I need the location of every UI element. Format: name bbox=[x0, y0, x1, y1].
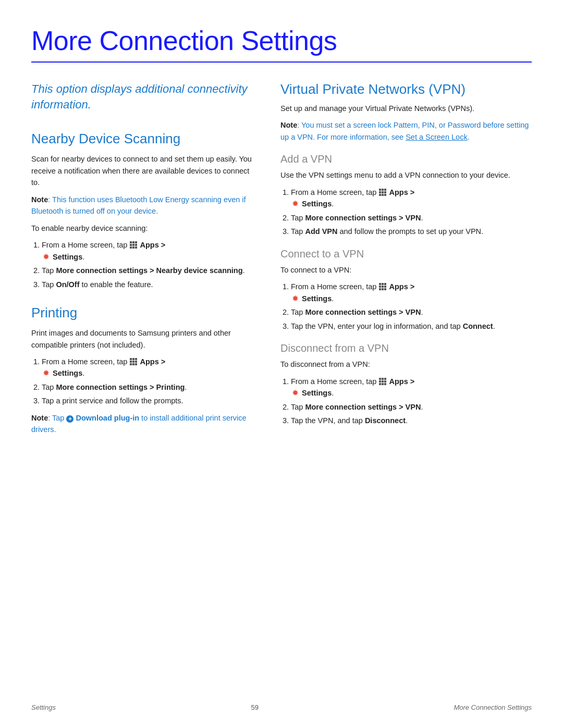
add-vpn-steps: From a Home screen, tap bbox=[291, 187, 532, 238]
connect-vpn-step-1: From a Home screen, tap bbox=[291, 281, 532, 304]
footer-right: More Connection Settings bbox=[454, 704, 532, 711]
svg-rect-18 bbox=[135, 363, 137, 365]
svg-rect-45 bbox=[384, 380, 386, 382]
svg-rect-41 bbox=[382, 378, 384, 380]
settings-icon-3 bbox=[291, 200, 299, 207]
printing-step-1: From a Home screen, tap bbox=[42, 356, 255, 379]
svg-rect-11 bbox=[132, 358, 134, 360]
svg-rect-12 bbox=[135, 358, 137, 360]
page-footer: Settings 59 More Connection Settings bbox=[31, 704, 532, 711]
printing-step-2: Tap More connection settings > Printing. bbox=[42, 381, 255, 393]
nearby-device-description: Scan for nearby devices to connect to an… bbox=[31, 153, 255, 188]
printing-title: Printing bbox=[31, 305, 255, 321]
svg-rect-26 bbox=[379, 194, 381, 196]
apps-label-1: Apps > bbox=[140, 241, 165, 249]
printing-steps: From a Home screen, tap bbox=[42, 356, 255, 407]
settings-label-2: Settings bbox=[53, 369, 82, 377]
settings-icon-4 bbox=[291, 294, 299, 302]
svg-rect-42 bbox=[384, 378, 386, 380]
connect-vpn-step-3: Tap the VPN, enter your log in informati… bbox=[291, 320, 532, 332]
svg-rect-43 bbox=[379, 380, 381, 382]
svg-rect-38 bbox=[384, 288, 386, 290]
disconnect-vpn-intro: To disconnect from a VPN: bbox=[280, 359, 532, 370]
printing-section: Printing Print images and documents to S… bbox=[31, 305, 255, 436]
apps-label-3: Apps > bbox=[389, 188, 414, 196]
svg-rect-31 bbox=[382, 283, 384, 285]
apps-label-5: Apps > bbox=[389, 377, 414, 386]
svg-rect-47 bbox=[382, 382, 384, 385]
disconnect-vpn-step-1: From a Home screen, tap bbox=[291, 376, 532, 399]
svg-rect-4 bbox=[132, 244, 134, 246]
connect-vpn-title: Connect to a VPN bbox=[280, 248, 532, 260]
plus-icon: + bbox=[66, 415, 74, 423]
nearby-step-1: From a Home screen, tap bbox=[42, 239, 255, 263]
add-vpn-title: Add a VPN bbox=[280, 153, 532, 165]
nearby-step-2: Tap More connection settings > Nearby de… bbox=[42, 265, 255, 276]
svg-rect-7 bbox=[132, 246, 134, 249]
svg-rect-0 bbox=[130, 241, 132, 243]
intro-text: This option displays additional connecti… bbox=[31, 81, 255, 112]
svg-rect-36 bbox=[379, 288, 381, 290]
disconnect-vpn-steps: From a Home screen, tap bbox=[291, 376, 532, 427]
svg-rect-20 bbox=[379, 189, 381, 191]
printing-step-3: Tap a print service and follow the promp… bbox=[42, 395, 255, 406]
svg-rect-25 bbox=[384, 191, 386, 193]
svg-rect-48 bbox=[384, 382, 386, 385]
enable-label: To enable nearby device scanning: bbox=[31, 223, 255, 234]
printing-description: Print images and documents to Samsung pr… bbox=[31, 327, 255, 351]
svg-rect-2 bbox=[135, 241, 137, 243]
svg-rect-37 bbox=[382, 288, 384, 290]
nearby-device-note: Note: This function uses Bluetooth Low E… bbox=[31, 194, 255, 217]
apps-icon-5 bbox=[379, 377, 386, 384]
svg-rect-1 bbox=[132, 241, 134, 243]
connect-vpn-step-2: Tap More connection settings > VPN. bbox=[291, 306, 532, 318]
svg-rect-16 bbox=[130, 363, 132, 365]
svg-rect-30 bbox=[379, 283, 381, 285]
vpn-description: Set up and manage your Virtual Private N… bbox=[280, 103, 532, 114]
page-title: More Connection Settings bbox=[31, 25, 532, 56]
settings-icon-2 bbox=[42, 369, 50, 377]
svg-rect-44 bbox=[382, 380, 384, 382]
add-vpn-description: Use the VPN settings menu to add a VPN c… bbox=[280, 169, 532, 181]
left-column: This option displays additional connecti… bbox=[31, 81, 255, 450]
settings-label-5: Settings bbox=[302, 389, 332, 397]
nearby-device-steps: From a Home screen, tap bbox=[42, 239, 255, 290]
svg-rect-34 bbox=[382, 286, 384, 288]
settings-icon-1 bbox=[42, 253, 50, 261]
svg-rect-3 bbox=[130, 244, 132, 246]
add-vpn-step-2: Tap More connection settings > VPN. bbox=[291, 212, 532, 224]
svg-rect-21 bbox=[382, 189, 384, 191]
footer-page-number: 59 bbox=[251, 704, 258, 711]
svg-rect-46 bbox=[379, 382, 381, 385]
svg-rect-24 bbox=[382, 191, 384, 193]
title-divider bbox=[31, 61, 532, 63]
svg-rect-8 bbox=[135, 246, 137, 249]
svg-rect-32 bbox=[384, 283, 386, 285]
right-column: Virtual Private Networks (VPN) Set up an… bbox=[280, 81, 532, 450]
svg-rect-15 bbox=[135, 361, 137, 363]
nearby-device-section: Nearby Device Scanning Scan for nearby d… bbox=[31, 131, 255, 290]
vpn-note: Note: You must set a screen lock Pattern… bbox=[280, 119, 532, 143]
svg-rect-17 bbox=[132, 363, 134, 365]
add-vpn-step-1: From a Home screen, tap bbox=[291, 187, 532, 210]
svg-rect-23 bbox=[379, 191, 381, 193]
svg-rect-35 bbox=[384, 286, 386, 288]
note-label: Note bbox=[31, 195, 48, 204]
vpn-title: Virtual Private Networks (VPN) bbox=[280, 81, 532, 97]
apps-label-4: Apps > bbox=[389, 282, 414, 291]
svg-rect-10 bbox=[130, 358, 132, 360]
screen-lock-link: Set a Screen Lock bbox=[406, 133, 468, 141]
add-vpn-section: Add a VPN Use the VPN settings menu to a… bbox=[280, 153, 532, 237]
connect-vpn-intro: To connect to a VPN: bbox=[280, 264, 532, 276]
disconnect-vpn-section: Disconnect from a VPN To disconnect from… bbox=[280, 342, 532, 426]
disconnect-vpn-step-3: Tap the VPN, and tap Disconnect. bbox=[291, 415, 532, 426]
vpn-section: Virtual Private Networks (VPN) Set up an… bbox=[280, 81, 532, 426]
connect-vpn-section: Connect to a VPN To connect to a VPN: Fr… bbox=[280, 248, 532, 332]
printing-note: Note: Tap + Download plug-in to install … bbox=[31, 412, 255, 436]
settings-label-1: Settings bbox=[53, 253, 82, 261]
footer-left: Settings bbox=[31, 704, 56, 711]
add-vpn-step-3: Tap Add VPN and follow the prompts to se… bbox=[291, 226, 532, 237]
settings-label-4: Settings bbox=[302, 294, 332, 303]
svg-rect-22 bbox=[384, 189, 386, 191]
settings-icon-5 bbox=[291, 389, 299, 397]
